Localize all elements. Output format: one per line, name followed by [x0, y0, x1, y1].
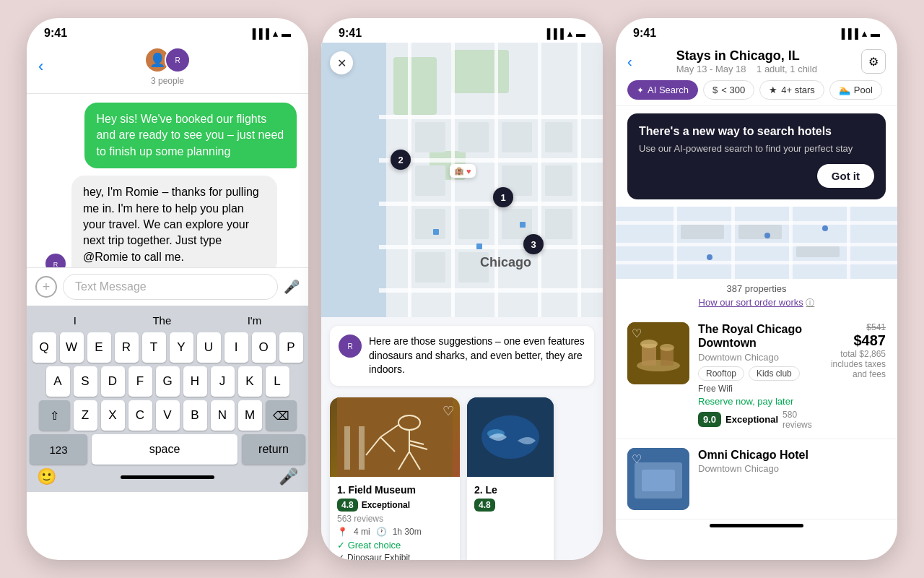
svg-rect-20: [458, 122, 489, 152]
pill-ai-search[interactable]: ✦ AI Search: [627, 80, 698, 100]
svg-rect-13: [379, 288, 603, 293]
svg-rect-15: [451, 43, 455, 317]
pill-pool[interactable]: 🏊 Pool: [829, 80, 882, 100]
svg-rect-30: [415, 252, 445, 282]
svg-point-66: [707, 254, 712, 260]
hotel-2-heart-icon[interactable]: ♡: [632, 452, 642, 466]
key-p[interactable]: P: [279, 332, 303, 363]
hotel-1-price-now: $487: [821, 332, 886, 349]
hotel-1-tag-kidsclub: Kids club: [749, 366, 800, 381]
key-u[interactable]: U: [197, 332, 221, 363]
key-e[interactable]: E: [87, 332, 111, 363]
aquarium-svg: [467, 397, 554, 477]
status-icons-3: ▐▐▐ ▴ ▬: [838, 28, 880, 39]
svg-rect-33: [433, 229, 439, 235]
key-q[interactable]: Q: [32, 332, 56, 363]
got-it-button[interactable]: Got it: [817, 164, 874, 188]
back-button[interactable]: ‹: [38, 57, 43, 76]
status-bar-2: 9:41 ▐▐▐ ▴ ▬: [321, 18, 603, 43]
svg-rect-27: [458, 209, 489, 239]
key-i[interactable]: I: [225, 332, 248, 363]
key-j[interactable]: J: [211, 366, 235, 397]
key-space[interactable]: space: [92, 434, 237, 465]
svg-rect-62: [847, 207, 850, 279]
emoji-icon[interactable]: 🙂: [37, 467, 56, 486]
key-z[interactable]: Z: [74, 400, 97, 431]
suggestion-1[interactable]: I: [74, 314, 77, 327]
key-v[interactable]: V: [156, 400, 180, 431]
message-input[interactable]: Text Message: [63, 274, 278, 300]
key-k[interactable]: K: [238, 366, 262, 397]
keyboard-row-2: A S D F G H J K L: [30, 366, 305, 397]
dictation-icon[interactable]: 🎤: [279, 467, 298, 486]
card-1-meta: 📍 4 mi 🕐 1h 30m: [337, 527, 453, 537]
key-w[interactable]: W: [60, 332, 84, 363]
card-1-heart-icon[interactable]: ♡: [443, 403, 454, 419]
key-a[interactable]: A: [46, 366, 70, 397]
svg-rect-18: [578, 43, 581, 317]
map-close-button[interactable]: ✕: [330, 51, 353, 74]
pool-icon: 🏊: [839, 85, 850, 95]
hotel-1-heart-icon[interactable]: ♡: [632, 327, 642, 340]
hotel-1-reserve-link[interactable]: Reserve now, pay later: [698, 396, 812, 407]
card-1-body: 1. Field Museum 4.8 Exceptional 563 revi…: [330, 477, 460, 560]
svg-rect-28: [502, 209, 532, 239]
clock-icon: 🕐: [376, 527, 387, 537]
key-f[interactable]: F: [128, 366, 152, 397]
key-h[interactable]: H: [183, 366, 207, 397]
contact-info: 👤 R 3 people: [144, 47, 191, 86]
suggestion-2[interactable]: The: [152, 314, 171, 327]
hotel-1-rating-row: 9.0 Exceptional 580 reviews: [698, 410, 812, 430]
hotel-1-rating: 9.0: [698, 412, 721, 427]
key-shift[interactable]: ⇧: [39, 400, 70, 431]
svg-point-67: [764, 233, 770, 238]
svg-rect-41: [359, 426, 365, 470]
status-icons-2: ▐▐▐ ▴ ▬: [544, 28, 585, 39]
signal-icon-2: ▐▐▐: [544, 28, 564, 39]
card-1-reviews: 563 reviews: [337, 514, 453, 524]
key-delete[interactable]: ⌫: [266, 400, 297, 431]
pill-price-label: < 300: [721, 85, 745, 95]
key-s[interactable]: S: [74, 366, 97, 397]
property-count: 387 properties: [616, 279, 897, 296]
key-123[interactable]: 123: [30, 434, 87, 465]
dinosaur-svg: [337, 397, 453, 477]
mic-icon[interactable]: 🎤: [284, 279, 300, 295]
svg-rect-9: [379, 115, 603, 119]
heart-icon-map: ♥: [466, 167, 471, 176]
keyboard-row-1: Q W E R T Y U I O P: [30, 332, 305, 363]
filter-settings-button[interactable]: ⚙: [861, 49, 886, 74]
key-c[interactable]: C: [128, 400, 152, 431]
battery-icon-2: ▬: [576, 28, 585, 39]
battery-icon-3: ▬: [871, 28, 880, 39]
key-g[interactable]: G: [156, 366, 180, 397]
svg-rect-29: [545, 209, 572, 239]
key-l[interactable]: L: [266, 366, 289, 397]
hotel-1-image: ♡: [627, 322, 689, 384]
pill-stars[interactable]: ★ 4+ stars: [759, 80, 824, 100]
key-o[interactable]: O: [252, 332, 276, 363]
suggestion-3[interactable]: I'm: [248, 314, 262, 327]
hotel-2-name: Omni Chicago Hotel: [698, 448, 886, 462]
hotel-back-button[interactable]: ‹: [627, 53, 632, 70]
key-x[interactable]: X: [101, 400, 125, 431]
sort-order-link[interactable]: How our sort order works ⓘ: [616, 296, 897, 314]
hotel-1-name: The Royal Chicago Downtown: [698, 322, 812, 350]
svg-rect-5: [321, 43, 386, 317]
key-t[interactable]: T: [142, 332, 166, 363]
key-b[interactable]: B: [183, 400, 207, 431]
hotel-search-subtitle: May 13 - May 18 1 adult, 1 child: [676, 64, 817, 74]
add-attachment-button[interactable]: +: [35, 276, 57, 298]
hotel-2-location: Downtown Chicago: [698, 463, 886, 474]
key-return[interactable]: return: [242, 434, 305, 465]
svg-text:R: R: [347, 342, 352, 350]
filter-pills: ✦ AI Search $ < 300 ★ 4+ stars 🏊 Pool: [627, 80, 886, 100]
distance-icon: 📍: [337, 527, 348, 537]
key-d[interactable]: D: [101, 366, 125, 397]
key-r[interactable]: R: [115, 332, 139, 363]
key-m[interactable]: M: [238, 400, 262, 431]
key-y[interactable]: Y: [170, 332, 193, 363]
pill-ai-label: AI Search: [648, 85, 689, 95]
pill-price[interactable]: $ < 300: [703, 80, 754, 100]
key-n[interactable]: N: [211, 400, 235, 431]
